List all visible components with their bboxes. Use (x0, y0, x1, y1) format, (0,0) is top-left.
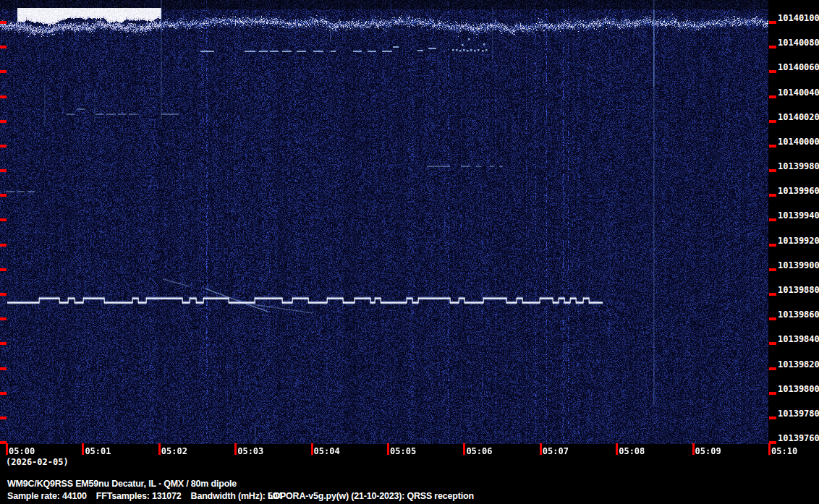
freq-tick-right (769, 95, 776, 98)
time-tick (82, 443, 84, 455)
freq-axis-label: 10140060 (778, 62, 819, 72)
freq-axis-label: 10140000 (778, 137, 819, 147)
time-axis-label: 05:09 (695, 446, 721, 456)
date-label: (2026-02-05) (6, 457, 69, 467)
freq-tick-left (0, 417, 7, 419)
spectrogram-canvas (0, 0, 768, 444)
freq-tick-right (769, 342, 776, 345)
time-axis-label: 05:10 (771, 446, 797, 456)
freq-tick-left (0, 70, 7, 73)
freq-axis-label: 10139820 (778, 359, 819, 370)
lopora-qrss-grabber-window: 1014010010140080101400601014004010140020… (0, 0, 819, 504)
freq-tick-left (0, 120, 7, 123)
time-axis-label: 05:08 (619, 446, 645, 456)
freq-tick-left (0, 169, 7, 172)
freq-tick-right (769, 120, 776, 123)
freq-tick-left (0, 268, 7, 271)
freq-tick-right (769, 417, 776, 419)
time-tick (158, 443, 161, 455)
freq-tick-right (769, 21, 776, 24)
freq-tick-left (0, 145, 7, 148)
freq-axis-label: 10139960 (778, 186, 819, 196)
freq-tick-left (0, 293, 7, 296)
freq-tick-left (0, 21, 7, 24)
freq-tick-right (769, 268, 776, 271)
freq-axis-label: 10139940 (778, 210, 819, 221)
time-tick (463, 443, 465, 455)
freq-tick-left (0, 218, 7, 221)
freq-axis-label: 10140020 (778, 112, 819, 122)
time-tick (692, 443, 695, 455)
station-info-text: WM9C/KQ9RSS EM59nu Decatur, IL - QMX / 8… (7, 479, 237, 489)
freq-tick-left (0, 367, 7, 370)
time-axis-label: 05:02 (161, 446, 187, 456)
time-axis-label: 05:03 (237, 446, 263, 456)
freq-axis-label: 10139760 (778, 433, 819, 443)
time-axis-label: 05:05 (390, 446, 416, 456)
time-axis-label: 05:00 (9, 446, 35, 456)
freq-tick-right (769, 169, 776, 172)
freq-tick-right (769, 367, 776, 370)
freq-tick-right (769, 218, 776, 221)
time-axis-label: 05:07 (543, 446, 569, 456)
freq-axis-label: 10139880 (778, 285, 819, 295)
freq-axis-label: 10139840 (778, 334, 819, 344)
freq-axis-label: 10140040 (778, 87, 819, 98)
freq-tick-left (0, 317, 7, 320)
freq-tick-left (0, 244, 7, 247)
freq-tick-left (0, 46, 7, 48)
time-tick (6, 443, 8, 455)
freq-axis-label: 10139800 (778, 384, 819, 394)
time-tick (540, 443, 542, 455)
freq-tick-right (769, 392, 776, 395)
time-axis-label: 05:01 (85, 446, 111, 456)
time-tick (387, 443, 389, 455)
freq-axis-label: 10140100 (778, 13, 819, 23)
time-axis-label: 05:04 (314, 446, 340, 456)
freq-axis-label: 10139920 (778, 236, 819, 246)
app-version-text: LOPORA-v5g.py(w) (21-10-2023): QRSS rece… (268, 491, 474, 501)
time-tick (616, 443, 618, 455)
freq-axis-label: 10139900 (778, 260, 819, 270)
freq-tick-left (0, 95, 7, 98)
time-tick (234, 443, 237, 455)
freq-tick-right (769, 46, 776, 48)
freq-tick-right (769, 70, 776, 73)
freq-axis-label: 10139860 (778, 309, 819, 320)
freq-tick-right (769, 317, 776, 320)
settings-info-text: Sample rate: 44100 FFTsamples: 131072 Ba… (7, 491, 282, 501)
time-axis-label: 05:06 (466, 446, 492, 456)
freq-tick-right (769, 194, 776, 197)
freq-tick-right (769, 293, 776, 296)
freq-axis-label: 10139980 (778, 161, 819, 171)
freq-tick-right (769, 145, 776, 148)
freq-axis-label: 10140080 (778, 38, 819, 48)
freq-tick-right (769, 244, 776, 247)
time-tick (311, 443, 313, 455)
freq-tick-left (0, 194, 7, 197)
freq-axis-label: 10139780 (778, 409, 819, 419)
time-tick (768, 443, 771, 455)
freq-tick-left (0, 392, 7, 395)
freq-tick-left (0, 342, 7, 345)
